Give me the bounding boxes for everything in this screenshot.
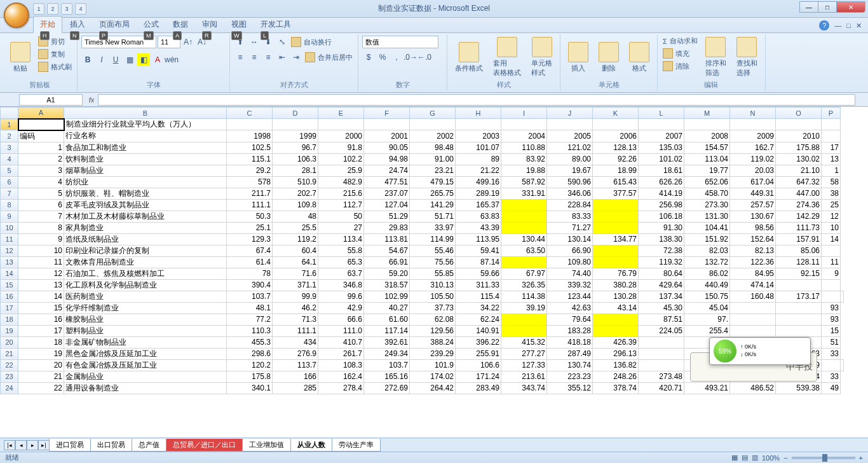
cell[interactable]: 54.67 — [364, 245, 410, 256]
cell[interactable]: 2006 — [593, 130, 639, 142]
cell[interactable]: 33 — [822, 371, 841, 382]
insert-cells-button[interactable]: 插入 — [564, 36, 592, 79]
cell[interactable]: 87.51 — [639, 314, 684, 325]
cell[interactable]: 化学纤维制造业 — [64, 302, 227, 314]
cell[interactable] — [501, 325, 547, 336]
merge-center-button[interactable]: 合并后居中 — [304, 51, 354, 64]
cell[interactable]: 276.9 — [273, 348, 318, 359]
cell[interactable]: 25.1 — [227, 222, 273, 233]
cell[interactable] — [501, 256, 547, 268]
fill-button[interactable]: 填充 — [661, 48, 699, 59]
sheet-tab[interactable]: 从业人数 — [290, 439, 332, 452]
col-header[interactable]: I — [501, 107, 547, 119]
row-header[interactable]: 11 — [1, 233, 18, 245]
ribbon-tab[interactable]: 审阅R — [196, 17, 224, 32]
cell[interactable]: 103.7 — [364, 359, 410, 371]
cell[interactable]: 10 — [18, 245, 64, 256]
cell[interactable]: 255.4 — [684, 325, 730, 336]
sheet-nav-prev[interactable]: ◂ — [15, 440, 27, 450]
cell[interactable]: 109.80 — [547, 256, 593, 268]
row-header[interactable]: 13 — [1, 256, 18, 268]
cell[interactable]: 8 — [18, 222, 64, 233]
cell[interactable]: 130.74 — [547, 359, 593, 371]
fx-button[interactable]: fx — [85, 96, 98, 104]
cell[interactable]: 21.10 — [776, 165, 822, 176]
cell[interactable] — [501, 314, 547, 325]
view-normal-icon[interactable]: ▦ — [731, 453, 738, 462]
cell[interactable]: 40.27 — [364, 302, 410, 314]
cell[interactable]: 71.6 — [273, 268, 318, 279]
cell[interactable]: 113.81 — [364, 233, 410, 245]
cell[interactable]: 皮革毛皮羽绒及其制品业 — [64, 199, 227, 211]
cell[interactable]: 256.98 — [639, 199, 684, 211]
bold-button[interactable]: B — [81, 53, 94, 66]
cell[interactable]: 通用设备制造业 — [64, 382, 227, 394]
cell[interactable]: 45.04 — [684, 302, 730, 314]
cell[interactable]: 426.39 — [593, 336, 639, 348]
font-color-button[interactable]: A — [151, 53, 164, 66]
cell[interactable]: 43.39 — [456, 222, 501, 233]
cell[interactable]: 127.04 — [364, 199, 410, 211]
cell[interactable]: 99.9 — [273, 291, 318, 302]
col-header[interactable] — [1, 107, 18, 119]
cell[interactable]: 115.1 — [227, 153, 273, 165]
cell[interactable]: 家具制造业 — [64, 222, 227, 233]
cell[interactable]: 114.38 — [501, 291, 547, 302]
cell[interactable]: 2008 — [684, 130, 730, 142]
cell[interactable]: 93 — [822, 314, 841, 325]
ribbon-tab[interactable]: 开发工具L — [254, 17, 297, 32]
cell[interactable]: 11 — [822, 256, 841, 268]
cell[interactable]: 173.17 — [776, 291, 822, 302]
align-middle-button[interactable]: ↔ — [248, 36, 261, 48]
cell[interactable]: 71.27 — [547, 222, 593, 233]
cell[interactable]: 21.22 — [456, 165, 501, 176]
cell[interactable]: 2009 — [730, 130, 776, 142]
cell[interactable]: 287.49 — [547, 348, 593, 359]
col-header[interactable]: G — [410, 107, 456, 119]
cell[interactable]: 18.99 — [593, 165, 639, 176]
cell[interactable]: 647.32 — [776, 176, 822, 188]
cell[interactable]: 63.83 — [456, 211, 501, 222]
cell[interactable]: 83.92 — [501, 153, 547, 165]
col-header[interactable]: J — [547, 107, 593, 119]
sheet-nav-first[interactable]: |◂ — [4, 440, 15, 450]
cell[interactable]: 298.6 — [227, 348, 273, 359]
cell[interactable]: 化工原料及化学制品制造业 — [64, 279, 227, 291]
cell[interactable]: 237.07 — [364, 188, 410, 199]
cell[interactable]: 228.84 — [547, 199, 593, 211]
cell[interactable]: 102.2 — [318, 153, 364, 165]
clear-button[interactable]: 清除 — [661, 60, 699, 72]
comma-button[interactable]: , — [390, 51, 403, 64]
cell[interactable]: 72.38 — [639, 245, 684, 256]
cell[interactable]: 343.74 — [501, 382, 547, 394]
cell[interactable]: 2001 — [364, 130, 410, 142]
cell[interactable]: 499.16 — [456, 176, 501, 188]
cell[interactable]: 75.56 — [410, 256, 456, 268]
cell[interactable]: 174.02 — [410, 371, 456, 382]
cell[interactable]: 石油加工、炼焦及核燃料加工 — [64, 268, 227, 279]
cell[interactable]: 104.41 — [684, 222, 730, 233]
cell[interactable]: 160.48 — [730, 291, 776, 302]
cell[interactable]: 388.24 — [410, 336, 456, 348]
cell[interactable]: 175.88 — [776, 142, 822, 153]
cell[interactable] — [18, 119, 64, 130]
cell[interactable]: 449.31 — [730, 188, 776, 199]
ribbon-tab[interactable]: 视图W — [225, 17, 253, 32]
cell[interactable]: 102.5 — [227, 142, 273, 153]
cell[interactable]: 29.83 — [364, 222, 410, 233]
cell[interactable] — [593, 256, 639, 268]
row-header[interactable]: 16 — [1, 291, 18, 302]
fill-color-button[interactable]: ◧ — [137, 53, 150, 66]
cell[interactable]: 135.03 — [639, 142, 684, 153]
cell[interactable]: 129.56 — [410, 325, 456, 336]
office-button[interactable] — [4, 3, 29, 28]
cell[interactable]: 111.73 — [776, 222, 822, 233]
cell[interactable]: 82.13 — [730, 245, 776, 256]
cell[interactable]: 行业名称 — [64, 130, 227, 142]
cell[interactable]: 65.3 — [318, 256, 364, 268]
cell[interactable]: 96.7 — [273, 142, 318, 153]
cell[interactable]: 51.29 — [364, 211, 410, 222]
cell[interactable]: 20 — [18, 359, 64, 371]
cell[interactable]: 22 — [18, 382, 64, 394]
zoom-out-button[interactable]: − — [783, 454, 787, 462]
